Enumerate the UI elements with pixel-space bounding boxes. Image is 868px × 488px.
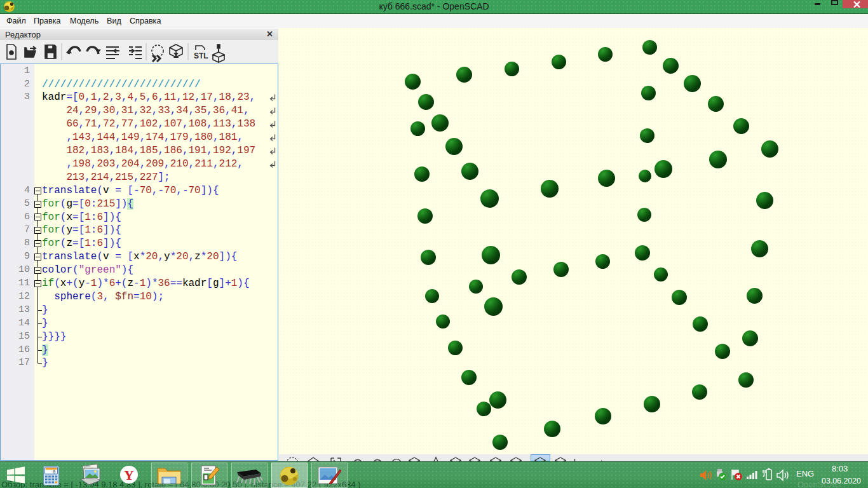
svg-text:Y: Y xyxy=(124,467,134,483)
svg-text:STL: STL xyxy=(194,51,208,60)
svg-text:0: 0 xyxy=(53,470,56,475)
